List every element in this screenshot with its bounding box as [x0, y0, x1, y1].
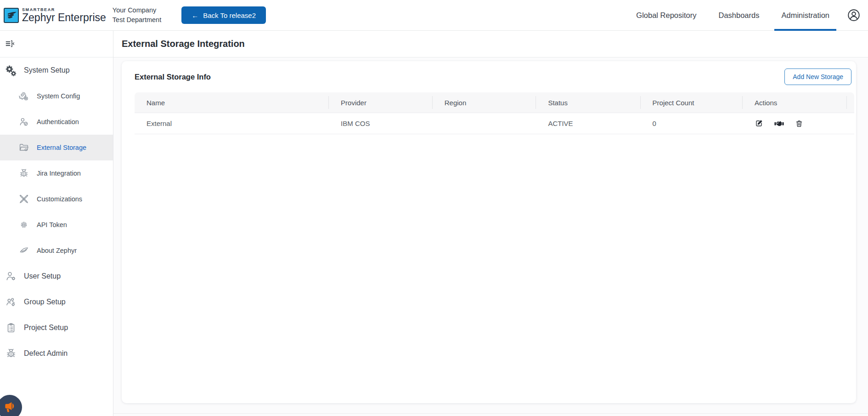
content-area: External Storage Info Add New Storage Na… — [113, 57, 868, 416]
sidebar-item-label: Defect Admin — [24, 349, 68, 358]
sidebar-item-about-zephyr[interactable]: About Zephyr — [0, 238, 113, 263]
back-button-label: Back To release2 — [203, 11, 256, 19]
sidebar-item-external-storage[interactable]: External Storage — [0, 135, 113, 160]
sidebar-item-project-setup[interactable]: Project Setup — [0, 315, 113, 341]
table-header-row: Name Provider Region Status Project Coun… — [135, 92, 854, 113]
back-arrow-icon: ← — [192, 11, 198, 19]
sidebar-item-system-config[interactable]: System Config — [0, 83, 113, 109]
gears-icon — [5, 65, 17, 76]
user-gear-icon — [5, 271, 17, 282]
sidebar-item-system-setup[interactable]: System Setup — [0, 57, 113, 83]
column-header-status: Status — [536, 92, 640, 113]
cell-provider: IBM COS — [329, 113, 433, 134]
sidebar-item-customizations[interactable]: Customizations — [0, 186, 113, 212]
top-header: SMARTBEAR Zephyr Enterprise Your Company… — [0, 0, 868, 31]
pencil-cross-icon — [18, 194, 30, 204]
back-to-release-button[interactable]: ← Back To release2 — [181, 6, 266, 24]
sidebar-item-label: Jira Integration — [37, 170, 81, 177]
external-storage-card: External Storage Info Add New Storage Na… — [122, 61, 856, 403]
nav-global-repository[interactable]: Global Repository — [629, 0, 703, 30]
nav-dashboards[interactable]: Dashboards — [711, 0, 766, 30]
page-header: External Storage Integration — [113, 31, 868, 57]
card-title: External Storage Info — [135, 73, 211, 81]
column-header-region: Region — [433, 92, 536, 113]
card-header: External Storage Info Add New Storage — [122, 61, 856, 92]
cell-project-count: 0 — [641, 113, 743, 134]
sidebar-item-group-setup[interactable]: Group Setup — [0, 289, 113, 315]
sidebar-item-label: System Config — [37, 92, 80, 100]
sidebar-item-label: Customizations — [37, 195, 82, 203]
product-name: Zephyr Enterprise — [22, 12, 106, 23]
sidebar-item-label: API Token — [37, 221, 67, 228]
top-navigation: Global Repository Dashboards Administrat… — [625, 0, 840, 30]
sidebar-item-label: About Zephyr — [37, 247, 77, 254]
zephyr-logo-icon — [4, 8, 19, 23]
sidebar-item-label: User Setup — [24, 272, 61, 280]
admin-sidebar: System Setup System Config — [0, 31, 113, 416]
zephyr-admin-app: SMARTBEAR Zephyr Enterprise Your Company… — [0, 0, 868, 416]
row-actions — [755, 118, 847, 129]
cell-status: ACTIVE — [536, 113, 640, 134]
bottom-divider — [113, 413, 868, 414]
sidebar-item-label: Authentication — [37, 118, 79, 125]
sidebar-item-user-setup[interactable]: User Setup — [0, 263, 113, 289]
bug-icon — [18, 168, 30, 178]
wing-icon — [18, 245, 30, 256]
sidebar-item-label: External Storage — [37, 144, 86, 151]
megaphone-icon — [3, 400, 17, 414]
column-header-name: Name — [135, 92, 329, 113]
cell-name: External — [135, 113, 329, 134]
edit-icon[interactable] — [755, 119, 763, 128]
sidebar-collapse-button[interactable] — [0, 31, 113, 57]
department-name: Test Department — [113, 15, 161, 25]
company-info: Your Company Test Department — [113, 6, 161, 25]
table-row[interactable]: External IBM COS ACTIVE 0 — [135, 113, 854, 134]
brand-text: SMARTBEAR Zephyr Enterprise — [22, 8, 106, 23]
main-content: External Storage Integration External St… — [113, 31, 868, 416]
page-title: External Storage Integration — [122, 39, 245, 49]
sidebar-item-authentication[interactable]: Authentication — [0, 109, 113, 135]
gear-config-icon — [18, 91, 30, 101]
storage-table: Name Provider Region Status Project Coun… — [135, 92, 854, 134]
column-header-actions: Actions — [743, 92, 847, 113]
clipboard-icon — [5, 322, 17, 333]
company-name: Your Company — [113, 6, 161, 15]
nav-administration[interactable]: Administration — [774, 0, 836, 30]
brand[interactable]: SMARTBEAR Zephyr Enterprise — [0, 8, 106, 23]
column-header-project-count: Project Count — [641, 92, 743, 113]
sidebar-item-api-token[interactable]: API Token — [0, 212, 113, 238]
user-check-icon — [18, 117, 30, 127]
column-header-provider: Provider — [329, 92, 433, 113]
sidebar-item-label: Project Setup — [24, 324, 68, 332]
bug-icon — [5, 348, 17, 359]
group-gear-icon — [5, 296, 17, 308]
user-profile-icon[interactable] — [847, 8, 861, 22]
sidebar-item-label: Group Setup — [24, 298, 66, 306]
sidebar-menu: System Setup System Config — [0, 57, 113, 366]
add-new-storage-button[interactable]: Add New Storage — [784, 68, 851, 85]
sidebar-item-label: System Setup — [24, 66, 70, 74]
cell-region — [433, 113, 536, 134]
trash-icon[interactable] — [795, 120, 803, 128]
sidebar-item-jira-integration[interactable]: Jira Integration — [0, 160, 113, 186]
collapse-sidebar-icon — [5, 39, 16, 50]
folder-gear-icon — [18, 142, 30, 153]
sidebar-item-defect-admin[interactable]: Defect Admin — [0, 341, 113, 366]
column-header-filler — [847, 92, 854, 113]
token-icon — [18, 220, 30, 230]
handshake-icon[interactable] — [774, 118, 784, 129]
